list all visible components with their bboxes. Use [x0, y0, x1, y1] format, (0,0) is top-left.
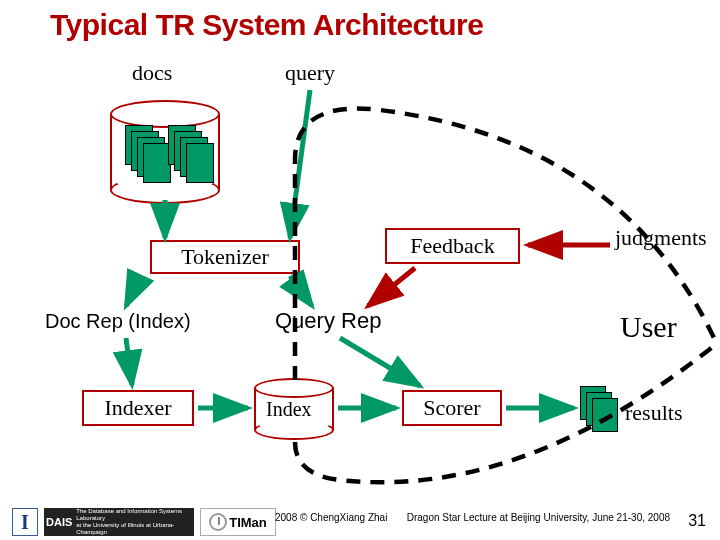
arrow-queryrep-scorer — [340, 338, 420, 386]
indexer-label: Indexer — [104, 395, 171, 421]
judgments-label: judgments — [615, 225, 707, 251]
arrow-tok-queryrep — [290, 276, 312, 306]
feedback-box: Feedback — [385, 228, 520, 264]
user-label: User — [620, 310, 677, 344]
indexer-box: Indexer — [82, 390, 194, 426]
arrows-layer — [0, 0, 720, 540]
doc-rep-label: Doc Rep (Index) — [45, 310, 191, 333]
feedback-label: Feedback — [410, 233, 494, 259]
arrow-feedback-queryrep — [368, 268, 415, 306]
tokenizer-box: Tokenizer — [150, 240, 300, 274]
index-label: Index — [266, 398, 312, 421]
docs-label: docs — [132, 60, 172, 86]
query-label: query — [285, 60, 335, 86]
arrow-docrep-indexer — [126, 338, 132, 385]
query-rep-label: Query Rep — [275, 308, 381, 334]
tokenizer-label: Tokenizer — [181, 244, 269, 270]
footer-copyright: 2008 © ChengXiang Zhai — [275, 512, 387, 523]
footer-venue: Dragon Star Lecture at Beijing Universit… — [407, 512, 670, 523]
arrow-query-tokenizer — [290, 90, 310, 238]
scorer-box: Scorer — [402, 390, 502, 426]
scorer-label: Scorer — [423, 395, 480, 421]
slide-title: Typical TR System Architecture — [50, 8, 483, 42]
arrow-tok-docrep — [126, 276, 140, 306]
results-label: results — [625, 400, 682, 426]
footer-pagenum: 31 — [688, 512, 706, 530]
footer: 2008 © ChengXiang Zhai Dragon Star Lectu… — [0, 512, 720, 534]
